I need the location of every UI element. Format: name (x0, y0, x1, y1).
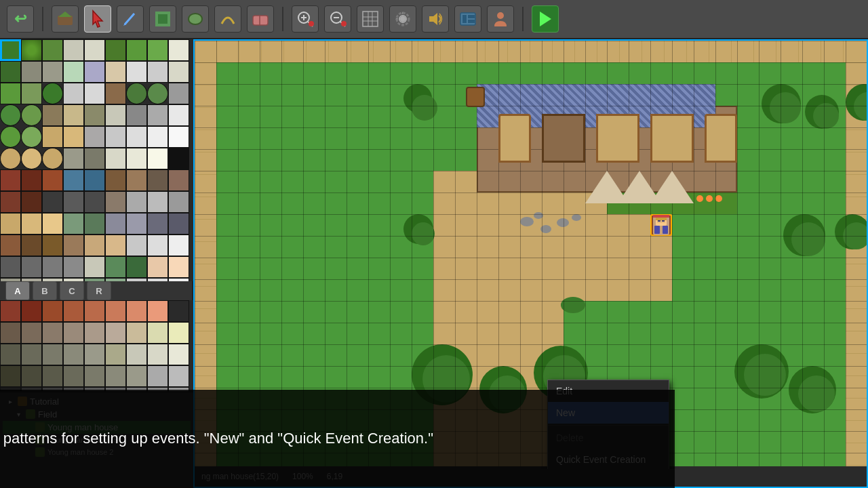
tile-lower[interactable] (42, 322, 63, 344)
tile-cell[interactable] (63, 256, 84, 278)
tile-cell[interactable] (0, 83, 21, 104)
tile-cell[interactable] (21, 235, 42, 256)
tile-cell[interactable] (168, 213, 189, 235)
tile-cell[interactable] (147, 126, 168, 148)
tile-lower[interactable] (168, 344, 189, 365)
tile-cell[interactable] (0, 235, 21, 256)
tile-cell[interactable] (147, 256, 168, 278)
tile-cell[interactable] (147, 61, 168, 83)
grid-button[interactable] (357, 5, 384, 33)
tile-lower[interactable] (63, 322, 84, 344)
arc-button[interactable] (214, 5, 241, 33)
tile-lower[interactable] (0, 300, 21, 322)
tile-lower[interactable] (42, 365, 63, 387)
tile-cell[interactable] (126, 126, 147, 148)
tile-cell[interactable] (147, 104, 168, 126)
tile-cell[interactable] (42, 213, 63, 235)
tile-lower[interactable] (63, 300, 84, 322)
tile-lower[interactable] (147, 344, 168, 365)
tile-lower[interactable] (168, 300, 189, 322)
tile-cell[interactable] (42, 169, 63, 191)
tile-cell[interactable] (126, 61, 147, 83)
tile-cell[interactable] (126, 169, 147, 191)
tile-cell[interactable] (105, 83, 126, 104)
tile-cell[interactable] (42, 61, 63, 83)
tile-cell[interactable] (105, 39, 126, 61)
tile-cell[interactable] (126, 213, 147, 235)
tile-cell[interactable] (42, 104, 63, 126)
tile-cell[interactable] (147, 169, 168, 191)
tile-cell[interactable] (63, 191, 84, 213)
tile-cell[interactable] (63, 39, 84, 61)
tile-cell[interactable] (0, 39, 21, 61)
tile-cell[interactable] (21, 256, 42, 278)
tile-cell[interactable] (42, 39, 63, 61)
tile-cell[interactable] (168, 191, 189, 213)
tile-cell[interactable] (105, 61, 126, 83)
tile-lower[interactable] (63, 365, 84, 387)
tile-cell[interactable] (42, 148, 63, 169)
tile-lower[interactable] (21, 365, 42, 387)
tile-palette-lower[interactable] (0, 300, 193, 390)
fill-button[interactable] (149, 5, 176, 33)
tile-cell[interactable] (84, 213, 105, 235)
tile-cell[interactable] (168, 126, 189, 148)
tile-cell[interactable] (147, 39, 168, 61)
tile-cell[interactable] (84, 169, 105, 191)
tile-cell[interactable] (105, 148, 126, 169)
tile-cell[interactable] (168, 256, 189, 278)
tile-cell[interactable] (21, 126, 42, 148)
tile-cell[interactable] (126, 256, 147, 278)
tile-lower[interactable] (21, 300, 42, 322)
tile-cell[interactable] (168, 83, 189, 104)
tile-cell[interactable] (21, 213, 42, 235)
tile-cell[interactable] (168, 235, 189, 256)
tile-cell[interactable] (63, 213, 84, 235)
tile-cell[interactable] (126, 83, 147, 104)
play-button[interactable] (532, 5, 559, 33)
tile-lower[interactable] (84, 300, 105, 322)
tile-lower[interactable] (21, 322, 42, 344)
tile-cell[interactable] (0, 256, 21, 278)
tile-lower[interactable] (21, 344, 42, 365)
tile-cell[interactable] (63, 83, 84, 104)
tile-lower[interactable] (63, 344, 84, 365)
sound-button[interactable] (422, 5, 449, 33)
tile-cell[interactable] (84, 191, 105, 213)
tile-cell[interactable] (21, 169, 42, 191)
tile-cell[interactable] (84, 126, 105, 148)
tile-cell[interactable] (0, 213, 21, 235)
tile-lower[interactable] (42, 344, 63, 365)
tile-cell[interactable] (84, 83, 105, 104)
tile-cell[interactable] (105, 191, 126, 213)
resource-button[interactable] (454, 5, 481, 33)
tile-lower[interactable] (105, 322, 126, 344)
tile-cell[interactable] (147, 213, 168, 235)
pointer-button[interactable] (84, 5, 111, 33)
tile-lower[interactable] (126, 365, 147, 387)
tile-cell[interactable] (21, 104, 42, 126)
eraser-button[interactable] (247, 5, 274, 33)
settings-button[interactable] (389, 5, 416, 33)
tile-lower[interactable] (0, 365, 21, 387)
tile-cell[interactable] (147, 191, 168, 213)
tile-cell[interactable] (63, 126, 84, 148)
palette-tab-a[interactable]: A (5, 281, 30, 300)
tile-cell[interactable] (84, 148, 105, 169)
tile-cell[interactable] (84, 104, 105, 126)
tile-cell[interactable] (168, 61, 189, 83)
tile-cell[interactable] (84, 256, 105, 278)
tile-lower[interactable] (84, 344, 105, 365)
tile-cell[interactable] (63, 235, 84, 256)
tile-lower[interactable] (147, 322, 168, 344)
tile-lower[interactable] (0, 322, 21, 344)
tile-lower[interactable] (0, 344, 21, 365)
tile-palette-upper[interactable] (0, 39, 193, 281)
tile-cell[interactable] (42, 83, 63, 104)
tile-cell[interactable] (168, 39, 189, 61)
tile-cell[interactable] (42, 256, 63, 278)
tile-cell[interactable] (105, 126, 126, 148)
tile-lower[interactable] (168, 365, 189, 387)
tile-cell[interactable] (126, 104, 147, 126)
ellipse-button[interactable] (182, 5, 209, 33)
